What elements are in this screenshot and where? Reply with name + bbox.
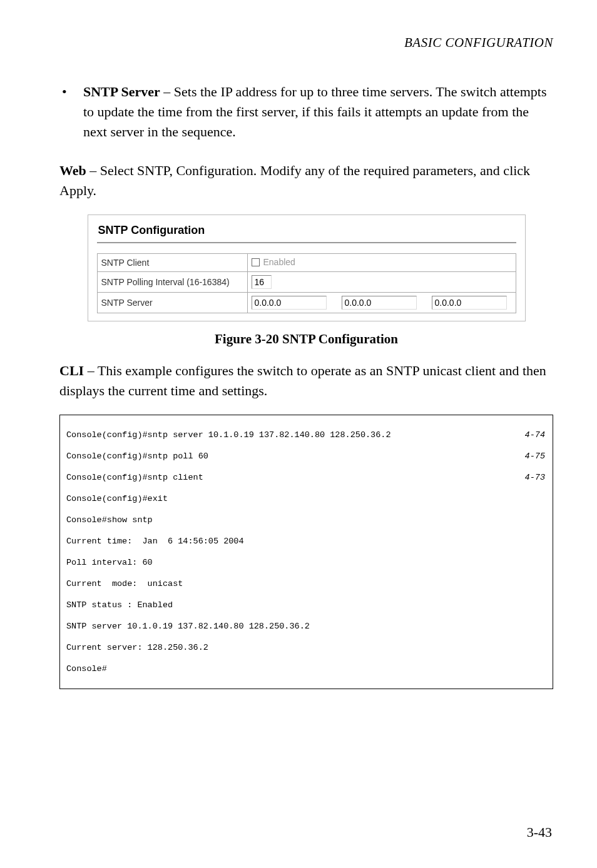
panel-title: SNTP Configuration	[98, 224, 516, 237]
polling-interval-value	[247, 271, 516, 292]
cli-output: Console(config)#sntp server 10.1.0.19 13…	[59, 415, 553, 689]
sntp-client-label: SNTP Client	[97, 254, 247, 272]
cli-cmd: Console#	[66, 664, 107, 674]
cli-ref	[545, 664, 546, 674]
bullet-text: SNTP Server – Sets the IP address for up…	[83, 82, 553, 142]
cli-ref	[545, 557, 546, 568]
table-row: SNTP Polling Interval (16-16384)	[97, 271, 516, 292]
cli-ref	[545, 578, 546, 589]
sntp-server-input-3[interactable]	[432, 296, 507, 310]
cli-line: Console(config)#sntp poll 604-75	[66, 451, 546, 462]
cli-cmd: SNTP status : Enabled	[66, 600, 173, 610]
bullet-marker: •	[59, 82, 83, 142]
bullet-item: • SNTP Server – Sets the IP address for …	[59, 82, 553, 142]
cli-ref	[545, 642, 546, 653]
cli-ref: 4-74	[525, 430, 546, 440]
cli-label: CLI	[59, 363, 84, 378]
cli-ref: 4-73	[525, 472, 546, 483]
cli-line: SNTP status : Enabled	[66, 600, 546, 610]
cli-line: Console#	[66, 664, 546, 674]
cli-text: – This example configures the switch to …	[59, 363, 546, 398]
polling-interval-label: SNTP Polling Interval (16-16384)	[97, 271, 247, 292]
sntp-server-input-1[interactable]	[252, 296, 327, 310]
cli-cmd: Console(config)#sntp server 10.1.0.19 13…	[66, 430, 390, 440]
cli-ref: 4-75	[525, 451, 546, 462]
figure-caption: Figure 3-20 SNTP Configuration	[59, 331, 553, 347]
cli-line: SNTP server 10.1.0.19 137.82.140.80 128.…	[66, 621, 546, 632]
cli-paragraph: CLI – This example configures the switch…	[59, 361, 553, 401]
cli-line: Current server: 128.250.36.2	[66, 642, 546, 653]
sntp-server-value	[247, 292, 516, 313]
cli-line: Current time: Jan 6 14:56:05 2004	[66, 536, 546, 547]
polling-interval-input[interactable]	[252, 275, 272, 289]
page-number: 3-43	[527, 824, 552, 840]
sntp-server-input-2[interactable]	[342, 296, 417, 310]
cli-line: Current mode: unicast	[66, 578, 546, 589]
cli-cmd: Current server: 128.250.36.2	[66, 642, 208, 653]
web-paragraph: Web – Select SNTP, Configuration. Modify…	[59, 161, 553, 201]
cli-cmd: Console#show sntp	[66, 515, 153, 525]
section-header: BASIC CONFIGURATION	[59, 35, 553, 51]
cli-ref	[545, 515, 546, 525]
screenshot-panel: SNTP Configuration SNTP Client Enabled S…	[88, 214, 526, 321]
cli-line: Console(config)#sntp server 10.1.0.19 13…	[66, 430, 546, 440]
cli-cmd: Console(config)#sntp client	[66, 472, 203, 483]
cli-cmd: SNTP server 10.1.0.19 137.82.140.80 128.…	[66, 621, 310, 632]
panel-divider	[97, 242, 516, 243]
cli-cmd: Console(config)#exit	[66, 493, 168, 504]
cli-cmd: Current time: Jan 6 14:56:05 2004	[66, 536, 244, 547]
cli-line: Console(config)#exit	[66, 493, 546, 504]
cli-line: Poll interval: 60	[66, 557, 546, 568]
cli-cmd: Current mode: unicast	[66, 578, 183, 589]
sntp-server-label: SNTP Server	[97, 292, 247, 313]
enabled-checkbox[interactable]	[252, 258, 260, 266]
cli-cmd: Console(config)#sntp poll 60	[66, 451, 208, 462]
cli-line: Console(config)#sntp client4-73	[66, 472, 546, 483]
table-row: SNTP Client Enabled	[97, 254, 516, 272]
cli-ref	[545, 600, 546, 610]
cli-ref	[545, 493, 546, 504]
cli-ref	[545, 536, 546, 547]
config-table: SNTP Client Enabled SNTP Polling Interva…	[97, 253, 516, 313]
enabled-label: Enabled	[263, 257, 295, 267]
sntp-client-value: Enabled	[247, 254, 516, 272]
web-text: – Select SNTP, Configuration. Modify any…	[59, 163, 530, 198]
web-label: Web	[59, 163, 86, 178]
cli-line: Console#show sntp	[66, 515, 546, 525]
table-row: SNTP Server	[97, 292, 516, 313]
cli-cmd: Poll interval: 60	[66, 557, 153, 568]
cli-ref	[545, 621, 546, 632]
bullet-bold: SNTP Server	[83, 84, 160, 99]
